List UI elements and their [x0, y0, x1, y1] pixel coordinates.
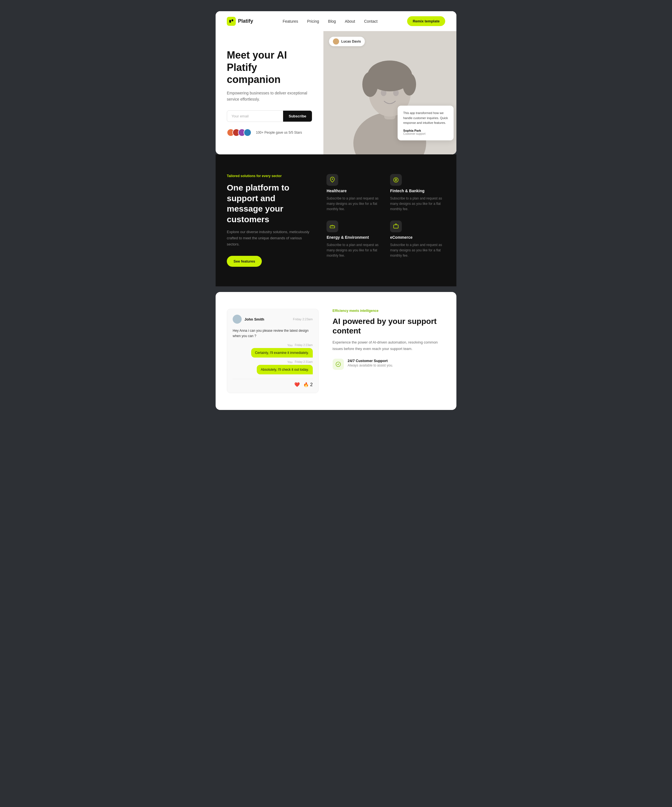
- fintech-desc: Subscribe to a plan and request as many …: [390, 196, 445, 212]
- testimonial-author: Sophia Park Customer support: [403, 129, 448, 135]
- nav-item-features[interactable]: Features: [283, 19, 298, 24]
- feature-ecommerce: eCommerce Subscribe to a plan and reques…: [390, 221, 445, 259]
- svg-rect-0: [229, 20, 231, 23]
- hero-card: Platify Features Pricing Blog About Cont…: [215, 11, 457, 154]
- testimonial-card: This app transformed how we handle custo…: [397, 106, 454, 140]
- ecommerce-desc: Subscribe to a plan and request as many …: [390, 242, 445, 259]
- user-badge-avatar: [333, 38, 339, 45]
- chat-bubble-1: Certainly, I'll examine it immediately.: [251, 348, 313, 357]
- nav-item-blog[interactable]: Blog: [328, 19, 336, 24]
- subscribe-form: Subscribe: [227, 110, 312, 122]
- avatar-4: [243, 129, 252, 136]
- logo-area: Platify: [227, 17, 253, 26]
- energy-title: Energy & Environment: [326, 235, 382, 239]
- social-proof: 100+ People gave us 5/5 Stars: [227, 129, 312, 136]
- support-icon: [333, 359, 344, 370]
- feature-fintech: Fintech & Banking Subscribe to a plan an…: [390, 174, 445, 212]
- dark-features-grid: Healthcare Subscribe to a plan and reque…: [326, 174, 445, 258]
- chat-time-1: Friday 2:23am: [293, 317, 313, 321]
- avatars: [227, 129, 249, 136]
- support-feature-desc: Always available to assist you.: [348, 363, 393, 368]
- hero-image: Lucas Davis This app transformed how we …: [323, 31, 457, 154]
- support-feature-title: 24/7 Customer Support: [348, 359, 393, 363]
- svg-point-9: [403, 73, 416, 96]
- chat-reply-2-meta: You Friday 2:31am: [233, 360, 313, 364]
- subscribe-button[interactable]: Subscribe: [283, 111, 312, 121]
- energy-icon: [326, 221, 338, 232]
- feature-healthcare: Healthcare Subscribe to a plan and reque…: [326, 174, 382, 212]
- chat-user-avatar: [233, 315, 242, 324]
- heart-icon: ❤️: [294, 382, 300, 387]
- navbar: Platify Features Pricing Blog About Cont…: [215, 11, 457, 31]
- svg-rect-12: [394, 225, 399, 228]
- dark-tag: Tailored solutions for every sector: [227, 174, 310, 178]
- energy-desc: Subscribe to a plan and request as many …: [326, 242, 382, 259]
- ai-desc: Experience the power of AI-driven automa…: [333, 339, 445, 352]
- dark-inner: Tailored solutions for every sector One …: [227, 174, 445, 267]
- nav-item-about[interactable]: About: [345, 19, 355, 24]
- ai-title: AI powered by your support content: [333, 317, 445, 335]
- svg-rect-1: [232, 19, 233, 21]
- chat-header: John Smith Friday 2:23am: [233, 315, 313, 324]
- dark-section: Tailored solutions for every sector One …: [215, 154, 457, 286]
- dark-left: Tailored solutions for every sector One …: [227, 174, 310, 267]
- feature-energy: Energy & Environment Subscribe to a plan…: [326, 221, 382, 259]
- testimonial-text: This app transformed how we handle custo…: [403, 111, 448, 126]
- nav-item-contact[interactable]: Contact: [364, 19, 377, 24]
- chat-user-name: John Smith: [245, 317, 290, 321]
- chat-reply-2-row: You Friday 2:31am Absolutely, I'll check…: [233, 360, 313, 364]
- hero-right: Lucas Davis This app transformed how we …: [323, 31, 457, 154]
- page-wrapper: Platify Features Pricing Blog About Cont…: [215, 11, 457, 796]
- hero-subtitle: Empowering businesses to deliver excepti…: [227, 90, 312, 103]
- fintech-title: Fintech & Banking: [390, 189, 445, 193]
- chat-mock: John Smith Friday 2:23am Hey Anna i can …: [227, 309, 319, 393]
- hero-left: Meet your AI Platify companion Empowerin…: [215, 31, 323, 154]
- dark-desc: Explore our diverse industry solutions, …: [227, 229, 310, 247]
- chat-time-2: Friday 2:23am: [295, 344, 313, 347]
- chat-time-3: Friday 2:31am: [295, 360, 313, 364]
- chat-you-label-2: You: [287, 360, 293, 364]
- svg-point-8: [362, 72, 378, 97]
- see-features-button[interactable]: See features: [227, 256, 262, 267]
- support-feature-text: 24/7 Customer Support Always available t…: [348, 359, 393, 368]
- svg-rect-11: [330, 226, 335, 228]
- chat-reply-1-meta: You Friday 2:23am: [233, 344, 313, 347]
- chat-footer: ❤️ 🔥 2: [233, 379, 313, 387]
- fintech-icon: [390, 174, 402, 186]
- ecommerce-icon: [390, 221, 402, 232]
- fire-icon: 🔥 2: [303, 382, 313, 387]
- user-badge: Lucas Davis: [329, 37, 365, 46]
- chat-bubble-2: Absolutely, I'll check it out today.: [257, 365, 313, 374]
- support-feature: 24/7 Customer Support Always available t…: [333, 359, 445, 370]
- chat-incoming-message: Hey Anna i can you please review the lat…: [233, 328, 313, 339]
- chat-you-label-1: You: [287, 344, 293, 347]
- healthcare-icon: [326, 174, 338, 186]
- dark-title: One platform to support and message your…: [227, 183, 310, 224]
- ai-tag: Efficiency meets intelligence: [333, 309, 445, 313]
- user-badge-name: Lucas Davis: [341, 40, 361, 43]
- ecommerce-title: eCommerce: [390, 235, 445, 239]
- ai-right: Efficiency meets intelligence AI powered…: [333, 309, 445, 370]
- logo-text: Platify: [238, 18, 253, 24]
- logo-icon: [227, 17, 236, 26]
- healthcare-title: Healthcare: [326, 189, 382, 193]
- remix-template-button[interactable]: Remix template: [407, 16, 445, 26]
- chat-reply-1-row: You Friday 2:23am Certainly, I'll examin…: [233, 344, 313, 347]
- healthcare-desc: Subscribe to a plan and request as many …: [326, 196, 382, 212]
- nav-item-pricing[interactable]: Pricing: [307, 19, 319, 24]
- hero-section: Meet your AI Platify companion Empowerin…: [215, 31, 457, 154]
- nav-links: Features Pricing Blog About Contact: [283, 19, 378, 24]
- social-proof-text: 100+ People gave us 5/5 Stars: [256, 131, 302, 134]
- email-input[interactable]: [227, 111, 283, 121]
- ai-card: John Smith Friday 2:23am Hey Anna i can …: [215, 292, 457, 410]
- hero-title: Meet your AI Platify companion: [227, 49, 312, 85]
